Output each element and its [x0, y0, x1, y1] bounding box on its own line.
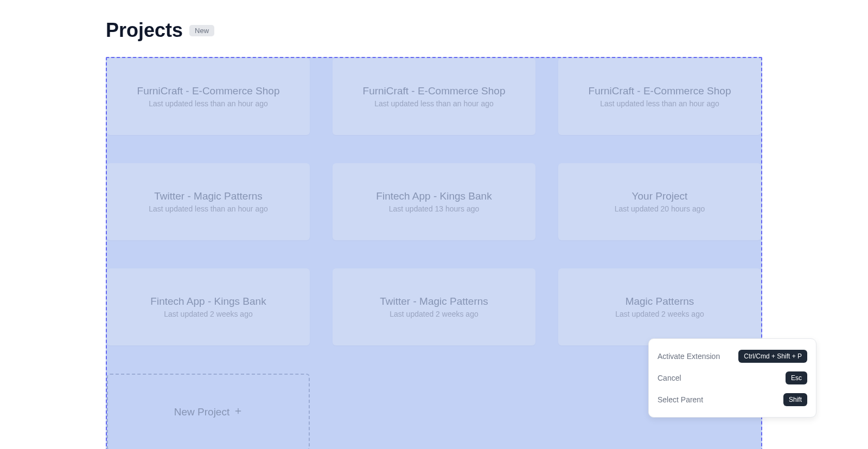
- shortcut-row-cancel[interactable]: Cancel Esc: [649, 367, 816, 389]
- page-title: Projects: [106, 19, 183, 42]
- project-title: Magic Patterns: [626, 296, 694, 307]
- plus-icon: [234, 407, 242, 418]
- shortcuts-panel: Activate Extension Ctrl/Cmd + Shift + P …: [648, 338, 816, 418]
- page-header: Projects New: [106, 19, 762, 42]
- new-badge[interactable]: New: [189, 25, 214, 36]
- project-title: FurniCraft - E-Commerce Shop: [363, 85, 506, 97]
- project-title: Twitter - Magic Patterns: [380, 296, 488, 307]
- shortcut-row-activate[interactable]: Activate Extension Ctrl/Cmd + Shift + P: [649, 345, 816, 367]
- project-subtitle: Last updated less than an hour ago: [149, 99, 268, 108]
- project-title: FurniCraft - E-Commerce Shop: [589, 85, 731, 97]
- project-title: FurniCraft - E-Commerce Shop: [137, 85, 280, 97]
- shortcut-key: Ctrl/Cmd + Shift + P: [738, 350, 807, 363]
- project-card[interactable]: Magic Patterns Last updated 2 weeks ago: [558, 268, 761, 345]
- project-subtitle: Last updated 2 weeks ago: [390, 310, 478, 318]
- project-title: Fintech App - Kings Bank: [376, 190, 492, 202]
- project-subtitle: Last updated 13 hours ago: [389, 204, 480, 213]
- new-project-card[interactable]: New Project: [107, 374, 310, 449]
- shortcut-row-select-parent[interactable]: Select Parent Shift: [649, 389, 816, 410]
- project-card[interactable]: Fintech App - Kings Bank Last updated 2 …: [107, 268, 310, 345]
- project-subtitle: Last updated 2 weeks ago: [615, 310, 704, 318]
- project-subtitle: Last updated 20 hours ago: [615, 204, 705, 213]
- project-card[interactable]: Twitter - Magic Patterns Last updated le…: [107, 163, 310, 240]
- project-title: Your Project: [632, 190, 688, 202]
- project-card[interactable]: FurniCraft - E-Commerce Shop Last update…: [107, 58, 310, 135]
- project-subtitle: Last updated less than an hour ago: [600, 99, 719, 108]
- shortcut-label: Cancel: [658, 374, 681, 382]
- shortcut-label: Select Parent: [658, 395, 703, 404]
- project-subtitle: Last updated 2 weeks ago: [164, 310, 252, 318]
- project-subtitle: Last updated less than an hour ago: [149, 204, 268, 213]
- project-card[interactable]: Your Project Last updated 20 hours ago: [558, 163, 761, 240]
- new-project-label: New Project: [174, 406, 229, 418]
- project-subtitle: Last updated less than an hour ago: [374, 99, 494, 108]
- project-card[interactable]: Fintech App - Kings Bank Last updated 13…: [333, 163, 535, 240]
- project-card[interactable]: Twitter - Magic Patterns Last updated 2 …: [333, 268, 535, 345]
- shortcut-label: Activate Extension: [658, 352, 720, 361]
- project-title: Twitter - Magic Patterns: [154, 190, 263, 202]
- shortcut-key: Shift: [783, 393, 807, 406]
- shortcut-key: Esc: [786, 371, 807, 384]
- project-title: Fintech App - Kings Bank: [150, 296, 266, 307]
- project-card[interactable]: FurniCraft - E-Commerce Shop Last update…: [558, 58, 761, 135]
- project-card[interactable]: FurniCraft - E-Commerce Shop Last update…: [333, 58, 535, 135]
